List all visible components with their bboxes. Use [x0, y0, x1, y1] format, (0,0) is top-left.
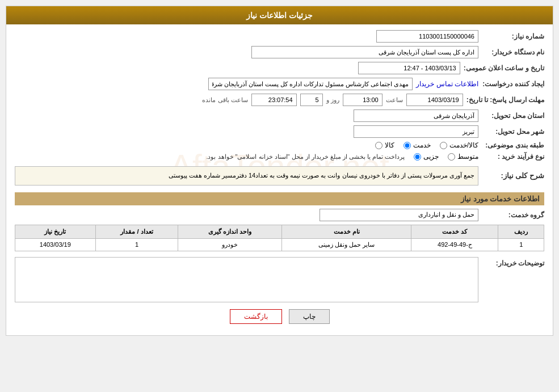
buyer-org-row: نام دستگاه خریدار:: [15, 46, 544, 58]
category-goods-label: کالا: [385, 141, 394, 149]
deadline-date-input[interactable]: [406, 94, 463, 106]
panel-header: جزئیات اطلاعات نیاز: [6, 6, 553, 24]
panel-body: AftaTender.net شماره نیاز: نام دستگاه خر…: [6, 24, 553, 335]
table-cell-code: ح-49-49-492: [411, 238, 498, 251]
category-service-item: خدمت: [404, 141, 431, 149]
table-cell-unit: خودرو: [178, 238, 282, 251]
deadline-day-label: روز و: [326, 96, 339, 104]
table-header-row: ردیف کد خدمت نام خدمت واحد اندازه گیری ت…: [15, 225, 544, 238]
purchase-type-partial-radio[interactable]: [414, 153, 421, 161]
announce-date-label: تاریخ و ساعت اعلان عمومی:: [464, 64, 544, 72]
buyer-org-label: نام دستگاه خریدار:: [482, 48, 544, 56]
page-container: جزئیات اطلاعات نیاز AftaTender.net شماره…: [0, 0, 559, 392]
category-service-label: خدمت: [413, 141, 431, 149]
buyer-notes-textarea[interactable]: [15, 257, 478, 302]
purchase-type-label: نوع فرآیند خرید :: [482, 153, 544, 161]
purchase-type-medium-label: متوسط: [457, 153, 478, 161]
content-area: شماره نیاز: نام دستگاه خریدار: تاریخ و س…: [15, 30, 544, 302]
table-row: 1ح-49-49-492سایر حمل ونقل زمینیخودرو1140…: [15, 238, 544, 251]
back-button[interactable]: بازگشت: [230, 309, 282, 324]
category-label: طبقه بندی موضوعی:: [482, 141, 544, 149]
need-number-input[interactable]: [376, 30, 478, 43]
delivery-province-row: استان محل تحویل:: [15, 109, 544, 122]
delivery-province-label: استان محل تحویل:: [482, 112, 544, 120]
service-table: ردیف کد خدمت نام خدمت واحد اندازه گیری ت…: [15, 225, 544, 251]
deadline-time-label: ساعت: [386, 96, 403, 104]
announce-date-row: تاریخ و ساعت اعلان عمومی:: [15, 62, 544, 74]
service-group-input[interactable]: [320, 209, 478, 221]
deadline-row: مهلت ارسال پاسخ: تا تاریخ: ساعت روز و سا…: [15, 94, 544, 106]
delivery-city-label: شهر محل تحویل:: [482, 128, 544, 136]
col-header-code: کد خدمت: [411, 225, 498, 238]
creator-row: ایجاد کننده درخواست: اطلاعات تماس خریدار: [15, 78, 544, 90]
buyer-org-input[interactable]: [251, 46, 478, 58]
description-title: شرح کلی نیاز:: [482, 171, 544, 180]
description-box: جمع آوری مرسولات پستی از دفاتر با خودروی…: [15, 166, 478, 186]
deadline-remaining-input[interactable]: [251, 94, 297, 106]
service-group-label: گروه خدمت:: [482, 211, 544, 219]
col-header-date: تاریخ نیاز: [15, 225, 96, 238]
category-goods-radio[interactable]: [375, 142, 383, 149]
need-number-row: شماره نیاز:: [15, 30, 544, 43]
creator-input[interactable]: [208, 78, 413, 90]
watermark-container: AftaTender.net شماره نیاز: نام دستگاه خر…: [15, 30, 544, 302]
purchase-type-row: نوع فرآیند خرید : جزیی متوسط پرداخت: [15, 153, 544, 161]
panel-title: جزئیات اطلاعات نیاز: [246, 11, 313, 20]
deadline-time-input[interactable]: [343, 94, 383, 106]
purchase-type-note: پرداخت تمام یا بخشی از مبلغ خریدار از مح…: [206, 153, 405, 161]
description-row: شرح کلی نیاز: جمع آوری مرسولات پستی از د…: [15, 164, 544, 188]
col-header-row: ردیف: [498, 225, 544, 238]
buyer-notes-label: توضیحات خریدار:: [482, 257, 544, 267]
purchase-type-partial-item: جزیی: [414, 153, 439, 161]
creator-link[interactable]: اطلاعات تماس خریدار: [416, 80, 478, 88]
table-cell-name: سایر حمل ونقل زمینی: [282, 238, 411, 251]
deadline-days-input[interactable]: [300, 94, 323, 106]
purchase-type-medium-item: متوسط: [448, 153, 478, 161]
service-group-row: گروه خدمت:: [15, 209, 544, 221]
main-panel: جزئیات اطلاعات نیاز AftaTender.net شماره…: [6, 6, 553, 336]
creator-label: ایجاد کننده درخواست:: [482, 80, 544, 88]
category-row: طبقه بندی موضوعی: کالا خدمت کا: [15, 141, 544, 149]
service-info-title: اطلاعات خدمات مورد نیاز: [15, 192, 544, 205]
table-cell-row: 1: [498, 238, 544, 251]
description-value: جمع آوری مرسولات پستی از دفاتر با خودروی…: [169, 172, 474, 179]
delivery-city-input[interactable]: [354, 125, 478, 138]
button-row: چاپ بازگشت: [15, 309, 544, 324]
category-goods-service-radio[interactable]: [440, 142, 447, 149]
print-button[interactable]: چاپ: [289, 309, 330, 324]
announce-date-input[interactable]: [358, 62, 460, 74]
category-service-radio[interactable]: [404, 142, 411, 149]
deadline-label: مهلت ارسال پاسخ: تا تاریخ:: [466, 96, 544, 104]
category-goods-service-item: کالا/خدمت: [440, 141, 478, 149]
purchase-type-radio-group: جزیی متوسط: [414, 153, 478, 161]
category-goods-item: کالا: [375, 141, 394, 149]
purchase-type-partial-label: جزیی: [423, 153, 439, 161]
need-number-label: شماره نیاز:: [482, 32, 544, 40]
table-cell-date: 1403/03/19: [15, 238, 96, 251]
table-cell-quantity: 1: [95, 238, 178, 251]
buyer-notes-row: توضیحات خریدار:: [15, 257, 544, 302]
deadline-remaining-label: ساعت باقی مانده: [202, 96, 247, 104]
col-header-unit: واحد اندازه گیری: [178, 225, 282, 238]
col-header-qty: تعداد / مقدار: [95, 225, 178, 238]
category-goods-service-label: کالا/خدمت: [449, 141, 478, 149]
delivery-city-row: شهر محل تحویل:: [15, 125, 544, 138]
purchase-type-medium-radio[interactable]: [448, 153, 455, 161]
delivery-province-input[interactable]: [354, 109, 478, 122]
col-header-name: نام خدمت: [282, 225, 411, 238]
category-radio-group: کالا خدمت کالا/خدمت: [375, 141, 478, 149]
